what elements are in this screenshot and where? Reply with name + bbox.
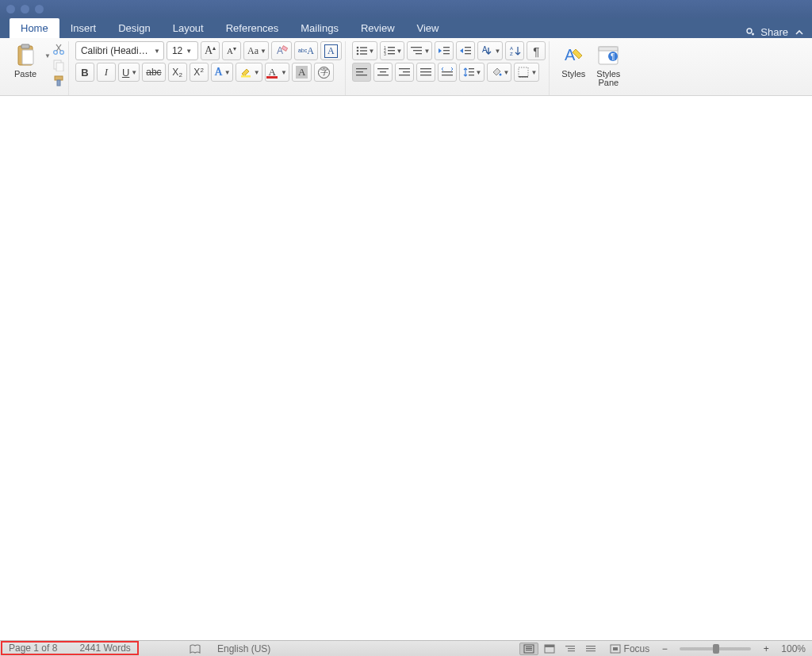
zoom-slider-thumb[interactable]	[713, 644, 719, 654]
align-left-button[interactable]	[352, 63, 371, 82]
italic-button[interactable]: I	[97, 63, 116, 82]
book-icon	[189, 643, 201, 654]
character-border-button[interactable]: A	[320, 41, 342, 60]
underline-button[interactable]: U▼	[118, 63, 140, 82]
paste-button[interactable]: Paste	[8, 41, 43, 80]
copy-button[interactable]	[52, 59, 65, 71]
svg-point-16	[356, 50, 358, 52]
document-canvas[interactable]	[0, 96, 812, 640]
share-icon	[745, 27, 756, 38]
tab-insert[interactable]: Insert	[59, 18, 108, 38]
change-case-button[interactable]: Aa▼	[243, 41, 269, 60]
focus-mode-button[interactable]: Focus	[610, 643, 650, 654]
numbering-button[interactable]: 123▼	[380, 41, 405, 60]
svg-rect-43	[377, 75, 389, 75]
grow-font-button[interactable]: A▴	[201, 41, 220, 60]
bold-button[interactable]: B	[75, 63, 94, 82]
bullets-button[interactable]: ▼	[352, 41, 377, 60]
status-spellcheck[interactable]	[189, 643, 201, 654]
strikethrough-button[interactable]: abc	[142, 63, 165, 82]
highlighter-icon	[239, 67, 252, 78]
svg-rect-64	[526, 646, 532, 647]
text-direction-button[interactable]: A▼	[477, 41, 503, 60]
multilevel-list-button[interactable]: ▼	[407, 41, 432, 60]
svg-rect-39	[356, 71, 363, 72]
view-outline[interactable]	[561, 643, 580, 655]
font-color-button[interactable]: A▼	[265, 63, 289, 82]
svg-rect-49	[420, 75, 431, 75]
view-draft[interactable]	[581, 643, 600, 655]
tab-layout[interactable]: Layout	[162, 18, 215, 38]
tab-view[interactable]: View	[406, 18, 450, 38]
clear-formatting-button[interactable]: A	[271, 41, 292, 60]
svg-point-4	[54, 51, 58, 55]
svg-rect-65	[526, 648, 532, 649]
svg-rect-30	[443, 50, 450, 51]
align-left-icon	[356, 67, 367, 77]
svg-rect-51	[442, 75, 453, 75]
share-button[interactable]: Share	[745, 26, 788, 38]
tab-design[interactable]: Design	[107, 18, 161, 38]
status-highlight-box: Page 1 of 8 2441 Words	[1, 641, 139, 655]
tab-home[interactable]: Home	[10, 18, 59, 38]
svg-rect-57	[519, 76, 528, 78]
tab-mailings[interactable]: Mailings	[289, 18, 350, 38]
collapse-ribbon-button[interactable]	[795, 28, 804, 37]
styles-button[interactable]: A Styles	[556, 41, 591, 80]
justify-icon	[420, 67, 431, 77]
svg-rect-70	[568, 648, 575, 649]
decrease-indent-button[interactable]	[435, 41, 454, 60]
format-painter-button[interactable]	[52, 75, 65, 87]
font-name-combo[interactable]: Calibri (Headin… ▼	[75, 41, 164, 60]
line-spacing-button[interactable]: ▼	[459, 63, 485, 82]
character-shading-button[interactable]: A	[292, 63, 312, 82]
font-size-combo[interactable]: 12 ▼	[167, 41, 198, 60]
paint-bucket-icon	[491, 67, 502, 78]
paste-dropdown[interactable]: ▼	[44, 41, 51, 59]
styles-icon: A	[561, 43, 586, 68]
svg-point-14	[356, 47, 358, 49]
view-web-layout[interactable]	[540, 643, 559, 655]
svg-rect-54	[469, 75, 474, 75]
outdent-icon	[439, 46, 450, 56]
distributed-button[interactable]	[438, 63, 457, 82]
view-mode-switcher	[519, 643, 600, 655]
highlight-button[interactable]: ▼	[236, 63, 262, 82]
align-center-button[interactable]	[373, 63, 393, 82]
tab-references[interactable]: References	[215, 18, 289, 38]
increase-indent-button[interactable]	[456, 41, 475, 60]
align-center-icon	[377, 67, 389, 77]
styles-pane-button[interactable]: ¶ Styles Pane	[591, 41, 626, 89]
align-right-button[interactable]	[395, 63, 414, 82]
zoom-slider[interactable]	[680, 647, 751, 650]
show-marks-button[interactable]: ¶	[527, 41, 546, 60]
zoom-window-button[interactable]	[35, 5, 44, 13]
bullets-icon	[356, 46, 367, 56]
zoom-out-button[interactable]: −	[659, 643, 670, 654]
minimize-window-button[interactable]	[21, 5, 29, 13]
sort-button[interactable]: AZ	[505, 41, 524, 60]
justify-button[interactable]	[416, 63, 435, 82]
paste-label: Paste	[14, 70, 36, 79]
shading-button[interactable]: ▼	[487, 63, 512, 82]
status-page[interactable]: Page 1 of 8	[9, 643, 57, 654]
tab-review[interactable]: Review	[350, 18, 406, 38]
svg-rect-27	[413, 50, 422, 51]
status-language[interactable]: English (US)	[217, 643, 270, 654]
close-window-button[interactable]	[6, 5, 15, 13]
svg-rect-53	[469, 71, 474, 72]
status-word-count[interactable]: 2441 Words	[79, 643, 130, 654]
styles-pane-label: Styles Pane	[596, 70, 620, 87]
zoom-in-button[interactable]: +	[760, 643, 772, 654]
enclose-characters-button[interactable]: 字	[314, 63, 334, 82]
borders-button[interactable]: ▼	[514, 63, 539, 82]
superscript-button[interactable]: X2	[190, 63, 209, 82]
text-effects-button[interactable]: A▼	[211, 63, 233, 82]
shrink-font-button[interactable]: A▾	[222, 41, 241, 60]
subscript-button[interactable]: X2	[168, 63, 187, 82]
cut-button[interactable]	[52, 43, 65, 56]
view-print-layout[interactable]	[519, 643, 538, 655]
phonetic-guide-button[interactable]: abcA	[294, 41, 318, 60]
svg-rect-17	[360, 50, 367, 51]
zoom-level[interactable]: 100%	[781, 643, 806, 654]
